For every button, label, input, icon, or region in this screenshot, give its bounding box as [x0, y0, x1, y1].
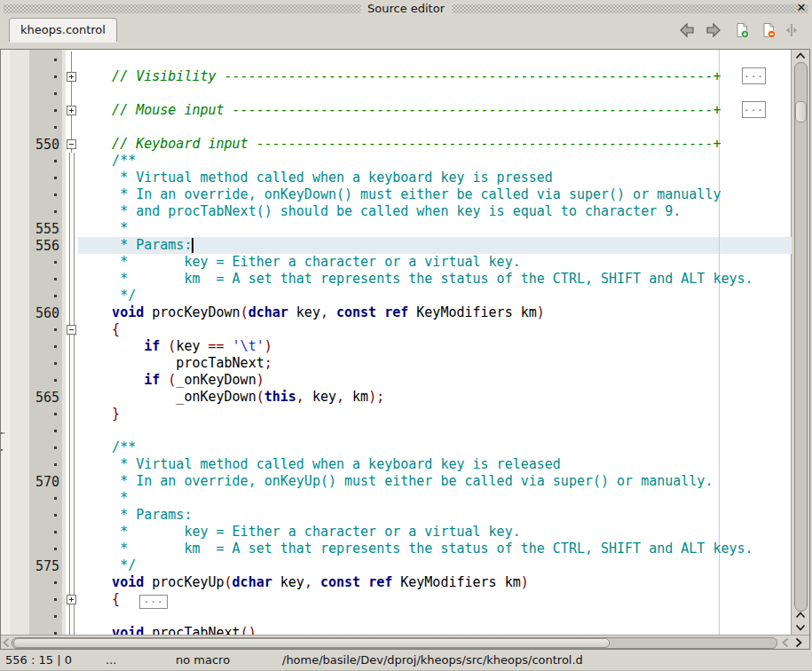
tab-kheops-control[interactable]: kheops.control — [9, 18, 117, 42]
code-line[interactable] — [78, 119, 792, 136]
horizontal-scrollbar-thumb[interactable] — [13, 638, 610, 648]
document-remove-icon[interactable] — [761, 22, 777, 38]
fold-expand-icon[interactable] — [67, 72, 76, 82]
code-line[interactable]: * — [78, 490, 792, 507]
gutter-line-number — [29, 541, 62, 557]
code-line[interactable] — [78, 85, 792, 102]
gutter-line-number: 575 — [29, 557, 62, 574]
fold-margin-cell — [66, 271, 78, 288]
code-line[interactable]: // Visibility --------------------------… — [78, 68, 792, 85]
fold-margin-cell[interactable] — [66, 321, 78, 338]
go-forward-icon[interactable] — [706, 22, 721, 38]
code-line[interactable]: * key = Either a character or a virtual … — [78, 254, 792, 271]
code-line[interactable] — [78, 51, 792, 68]
code-line[interactable]: void procKeyUp(dchar key, const ref KeyM… — [78, 574, 792, 591]
code-line[interactable]: // Keyboard input ----------------------… — [78, 136, 792, 153]
scroll-left-icon[interactable] — [1, 635, 12, 649]
code-line[interactable]: * Virtual method called when a keyboard … — [78, 170, 792, 186]
fold-margin-cell[interactable] — [66, 136, 78, 153]
horizontal-scrollbar-track[interactable] — [12, 637, 777, 649]
status-file-path: /home/basile/Dev/dproj/kheops/src/kheops… — [282, 653, 583, 667]
document-add-icon[interactable] — [734, 22, 750, 38]
source-editor-window: { "window": { "title": "Source editor", … — [0, 0, 812, 671]
scroll-down-icon[interactable] — [792, 621, 809, 634]
fold-margin-cell — [66, 304, 78, 321]
gutter-line-number — [29, 321, 62, 338]
collapsed-fold-ellipsis[interactable]: ... — [139, 595, 168, 609]
gutter-line-number — [29, 338, 62, 355]
gutter-line-number — [29, 271, 62, 288]
code-line[interactable]: * key = Either a character or a virtual … — [78, 524, 792, 541]
fold-margin-cell — [66, 51, 78, 68]
code-line[interactable]: * Params: — [78, 507, 792, 524]
status-macro-state: no macro — [176, 653, 230, 667]
collapsed-region-ellipsis[interactable]: ... — [742, 67, 766, 84]
vertical-scrollbar-track[interactable] — [794, 62, 808, 612]
gutter-fold-margin[interactable] — [66, 50, 78, 635]
horizontal-scrollbar[interactable] — [1, 635, 809, 649]
scroll-up-alt-icon[interactable] — [792, 609, 809, 621]
code-line[interactable]: /** — [78, 439, 792, 456]
code-line[interactable]: * In an override, onKeyUp() must either … — [78, 473, 792, 490]
code-line[interactable]: // Mouse input -------------------------… — [78, 102, 792, 119]
go-back-icon[interactable] — [679, 22, 695, 38]
code-line[interactable]: _onKeyDown(this, key, km); — [78, 389, 792, 406]
code-line[interactable]: /** — [78, 153, 792, 170]
gutter-line-number — [29, 102, 62, 119]
fold-margin-cell[interactable] — [66, 68, 78, 85]
code-line[interactable]: void procKeyDown(dchar key, const ref Ke… — [78, 304, 792, 321]
gutter-line-number — [29, 186, 62, 203]
code-line[interactable]: */ — [78, 288, 792, 304]
gutter-line-number — [29, 456, 62, 473]
code-line[interactable]: * In an override, onKeyDown() must eithe… — [78, 186, 792, 203]
gutter-line-number: 560 — [29, 304, 62, 321]
code-line[interactable]: if (key == '\t') — [78, 338, 792, 355]
code-line[interactable]: procTabNext; — [78, 355, 792, 372]
code-line[interactable]: * km = A set that represents the status … — [78, 541, 792, 557]
scroll-left-alt-icon[interactable] — [778, 635, 792, 649]
fold-collapse-icon[interactable] — [67, 139, 76, 149]
code-line[interactable]: * Virtual method called when a keyboard … — [78, 456, 792, 473]
vertical-scrollbar[interactable] — [791, 50, 809, 635]
fold-margin-cell[interactable] — [66, 102, 78, 119]
code-line[interactable]: * Params: — [78, 237, 792, 254]
gutter-line-number: 565 — [29, 389, 62, 406]
code-line[interactable]: * km = A set that represents the status … — [78, 271, 792, 288]
code-line[interactable]: */ — [78, 557, 792, 574]
code-editor[interactable]: 550555556560565570575 // Visibility ----… — [0, 49, 810, 650]
code-line[interactable] — [78, 608, 792, 625]
fold-margin-cell — [66, 473, 78, 490]
scroll-up-icon[interactable] — [792, 50, 809, 62]
fold-margin-cell[interactable] — [66, 591, 78, 608]
code-line[interactable] — [78, 422, 792, 439]
code-line[interactable]: { — [78, 321, 792, 338]
code-line[interactable]: } — [78, 406, 792, 422]
code-line[interactable]: if (_onKeyDown) — [78, 372, 792, 389]
fold-margin-cell — [66, 254, 78, 271]
fold-expand-icon[interactable] — [67, 106, 76, 115]
code-line[interactable]: {... — [78, 591, 792, 608]
code-line[interactable]: * and procTabNext() should be called whe… — [78, 203, 792, 220]
fold-margin-cell — [66, 422, 78, 439]
split-view-icon[interactable] — [784, 22, 800, 38]
fold-margin-cell — [66, 186, 78, 203]
status-bar: 556 : 15 | 0 ... no macro /home/basile/D… — [0, 650, 812, 671]
tab-label: kheops.control — [20, 23, 106, 36]
fold-margin-cell — [66, 170, 78, 186]
fold-collapse-icon[interactable] — [67, 325, 76, 335]
gutter-line-number — [29, 608, 62, 625]
code-line[interactable]: void procTabNext() — [78, 625, 792, 635]
close-icon[interactable]: ✕ — [795, 1, 808, 15]
splitter-grip[interactable] — [1, 432, 6, 436]
vertical-scrollbar-thumb[interactable] — [795, 101, 807, 122]
fold-margin-cell — [66, 338, 78, 355]
gutter-line-number — [29, 153, 62, 170]
code-line[interactable]: * — [78, 220, 792, 237]
collapsed-region-ellipsis[interactable]: ... — [742, 101, 766, 118]
code-area[interactable]: // Visibility --------------------------… — [78, 50, 792, 635]
scroll-right-icon[interactable] — [792, 635, 805, 649]
fold-expand-icon[interactable] — [67, 595, 76, 604]
dock-titlebar[interactable]: Source editor ✕ — [0, 0, 812, 17]
gutter-line-number — [29, 119, 62, 136]
gutter-line-number — [29, 288, 62, 304]
